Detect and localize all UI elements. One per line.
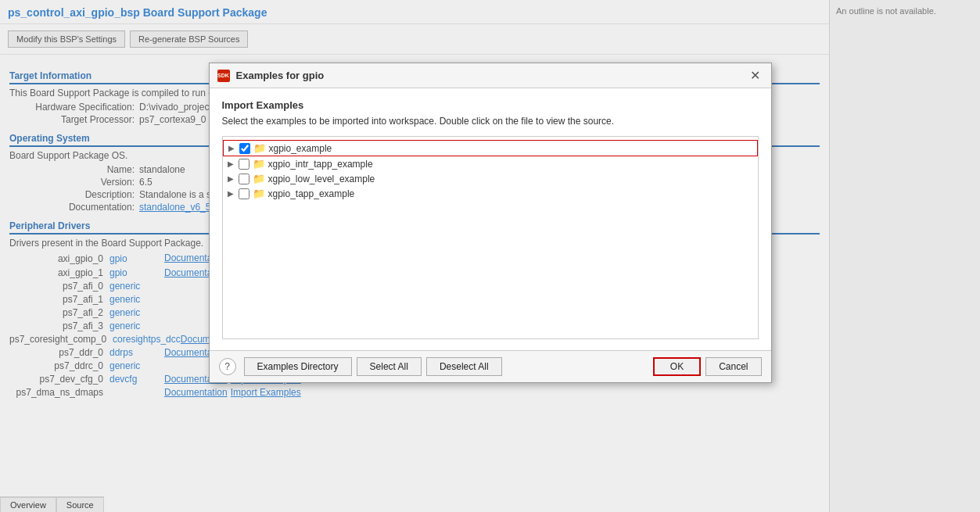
folder-icon: 📁 <box>253 142 266 154</box>
tree-item-label: xgpio_example <box>269 143 332 154</box>
modal-import-desc: Select the examples to be imported into … <box>222 116 759 127</box>
select-all-button[interactable]: Select All <box>357 357 422 376</box>
tree-container: ▶📁xgpio_example▶📁xgpio_intr_tapp_example… <box>222 136 759 339</box>
folder-icon: 📁 <box>253 158 265 170</box>
deselect-all-button[interactable]: Deselect All <box>426 357 502 376</box>
modal-dialog: SDK Examples for gpio ✕ Import Examples … <box>209 63 772 383</box>
help-button[interactable]: ? <box>219 358 236 375</box>
modal-body: Import Examples Select the examples to b… <box>210 88 771 350</box>
tree-checkbox[interactable] <box>239 188 249 199</box>
tree-toggle-icon: ▶ <box>228 189 239 198</box>
tree-checkbox[interactable] <box>239 159 249 170</box>
folder-icon: 📁 <box>253 188 265 199</box>
modal-title: Examples for gpio <box>236 70 747 81</box>
tree-item[interactable]: ▶📁xgpio_low_level_example <box>223 171 758 186</box>
modal-header: SDK Examples for gpio ✕ <box>210 63 771 88</box>
tree-item-label: xgpio_low_level_example <box>268 174 375 184</box>
modal-sdk-icon-text: SDK <box>217 73 229 78</box>
folder-icon: 📁 <box>253 173 265 184</box>
tree-checkbox[interactable] <box>239 174 249 184</box>
modal-close-button[interactable]: ✕ <box>747 68 763 83</box>
modal-overlay: SDK Examples for gpio ✕ Import Examples … <box>0 0 980 512</box>
help-icon: ? <box>224 361 230 372</box>
main-container: ps_control_axi_gpio_bsp Board Support Pa… <box>0 0 980 512</box>
tree-item[interactable]: ▶📁xgpio_intr_tapp_example <box>223 156 758 171</box>
tree-item[interactable]: ▶📁xgpio_example <box>223 140 758 156</box>
modal-header-icon: SDK <box>217 70 230 82</box>
tree-toggle-icon: ▶ <box>228 144 239 152</box>
tree-toggle-icon: ▶ <box>228 174 239 183</box>
tree-item-label: xgpio_tapp_example <box>268 188 355 199</box>
tree-item[interactable]: ▶📁xgpio_tapp_example <box>223 186 758 201</box>
tree-item-label: xgpio_intr_tapp_example <box>268 159 373 170</box>
tree-toggle-icon: ▶ <box>228 159 239 168</box>
tree-checkbox[interactable] <box>239 143 250 154</box>
ok-button[interactable]: OK <box>653 357 701 376</box>
examples-directory-button[interactable]: Examples Directory <box>244 357 352 376</box>
cancel-button[interactable]: Cancel <box>705 357 761 376</box>
modal-footer: ? Examples Directory Select All Deselect… <box>210 350 771 382</box>
modal-import-title: Import Examples <box>222 99 759 111</box>
